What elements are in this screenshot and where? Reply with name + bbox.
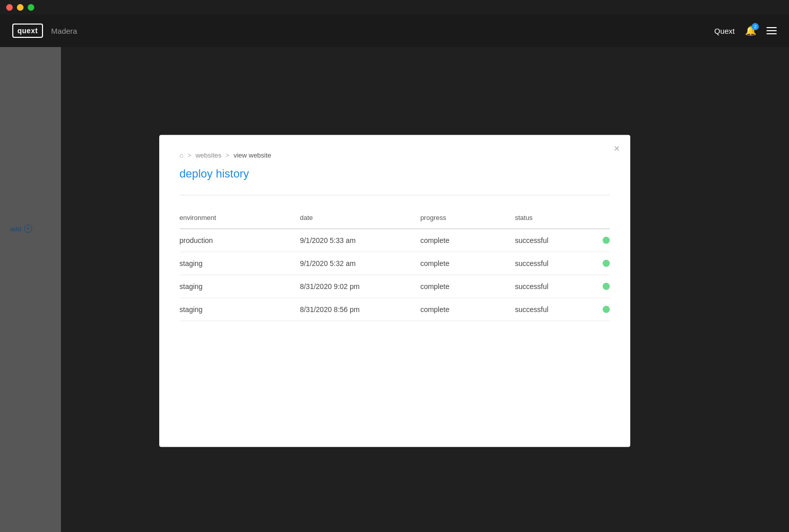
header-right: Quext 🔔 2 — [714, 25, 777, 36]
col-header-status: status — [515, 210, 592, 229]
deploy-table: environment date progress status product… — [180, 210, 610, 321]
table-body: production9/1/2020 5:33 amcompletesucces… — [180, 229, 610, 321]
breadcrumb-separator2: > — [226, 151, 230, 159]
table-header-row: environment date progress status — [180, 210, 610, 229]
cell-status: successful — [515, 298, 592, 321]
col-header-indicator — [592, 210, 610, 229]
col-header-environment: environment — [180, 210, 300, 229]
col-header-date: date — [300, 210, 420, 229]
breadcrumb-current: view website — [233, 151, 271, 159]
menu-line — [766, 27, 777, 28]
traffic-light-red[interactable] — [6, 4, 13, 11]
cell-progress: complete — [420, 229, 515, 252]
menu-line — [766, 30, 777, 31]
cell-progress: complete — [420, 298, 515, 321]
cell-status-indicator — [592, 298, 610, 321]
cell-date: 8/31/2020 9:02 pm — [300, 275, 420, 298]
app-header: quext Madera Quext 🔔 2 — [0, 14, 789, 47]
table-row: staging9/1/2020 5:32 amcompletesuccessfu… — [180, 252, 610, 275]
modal-close-button[interactable]: × — [614, 143, 620, 153]
app-name: Madera — [51, 27, 77, 35]
table-header: environment date progress status — [180, 210, 610, 229]
cell-date: 8/31/2020 8:56 pm — [300, 298, 420, 321]
traffic-light-yellow[interactable] — [17, 4, 24, 11]
username-label: Quext — [714, 27, 735, 35]
page-title: deploy history — [180, 167, 610, 181]
cell-environment: staging — [180, 252, 300, 275]
cell-date: 9/1/2020 5:32 am — [300, 252, 420, 275]
status-dot — [603, 306, 610, 313]
notification-bell[interactable]: 🔔 2 — [745, 25, 756, 36]
cell-environment: staging — [180, 298, 300, 321]
cell-progress: complete — [420, 275, 515, 298]
table-row: staging8/31/2020 8:56 pmcompletesuccessf… — [180, 298, 610, 321]
breadcrumb-websites[interactable]: websites — [196, 151, 222, 159]
deploy-history-modal: × ⌂ > websites > view website deploy his… — [159, 135, 630, 447]
cell-status-indicator — [592, 229, 610, 252]
cell-environment: staging — [180, 275, 300, 298]
cell-progress: complete — [420, 252, 515, 275]
cell-status: successful — [515, 229, 592, 252]
status-dot — [603, 283, 610, 290]
status-dot — [603, 237, 610, 244]
cell-date: 9/1/2020 5:33 am — [300, 229, 420, 252]
breadcrumb-separator: > — [187, 151, 191, 159]
title-divider — [180, 195, 610, 195]
table-row: production9/1/2020 5:33 amcompletesucces… — [180, 229, 610, 252]
cell-status-indicator — [592, 275, 610, 298]
notification-badge: 2 — [752, 23, 759, 30]
status-dot — [603, 260, 610, 267]
menu-line — [766, 33, 777, 34]
logo: quext — [12, 24, 43, 38]
cell-environment: production — [180, 229, 300, 252]
hamburger-menu[interactable] — [766, 27, 777, 34]
window-chrome — [0, 0, 789, 14]
breadcrumb: ⌂ > websites > view website — [180, 151, 610, 159]
traffic-light-green[interactable] — [28, 4, 34, 11]
cell-status: successful — [515, 252, 592, 275]
cell-status-indicator — [592, 252, 610, 275]
cell-status: successful — [515, 275, 592, 298]
col-header-progress: progress — [420, 210, 515, 229]
breadcrumb-home-icon[interactable]: ⌂ — [180, 151, 184, 159]
table-row: staging8/31/2020 9:02 pmcompletesuccessf… — [180, 275, 610, 298]
